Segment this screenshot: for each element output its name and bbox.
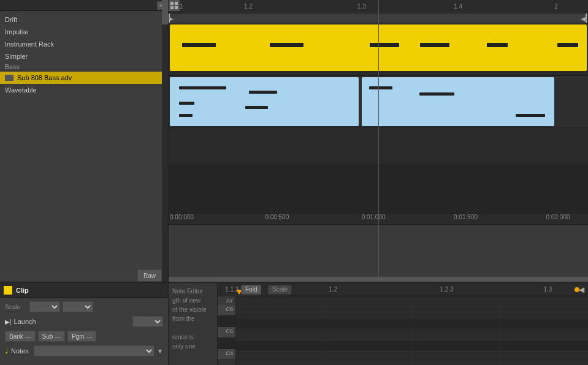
note-marker <box>179 114 193 117</box>
instrument-browser: × Drift Impulse Instrument Rack Simpler … <box>0 0 169 282</box>
ruler-mark-1: 1 <box>180 3 183 10</box>
ruler-mark-1-4: 1.4 <box>454 3 462 10</box>
note-marker <box>516 114 544 117</box>
clip-color-indicator <box>4 286 12 295</box>
pr-ruler-1-1-3: 1.1.3 <box>225 286 239 293</box>
arrange-area: 1 1.2 1.3 1.4 2 ▶ ◀ <box>169 0 588 282</box>
instrument-item-simpler[interactable]: Simpler <box>0 50 168 62</box>
vgrid-line <box>324 296 325 365</box>
note-editor-text: Note Editor gth of new of the visible fr… <box>172 287 213 351</box>
scrollbar-thumb[interactable] <box>169 277 588 282</box>
piano-grid <box>236 296 588 365</box>
instrument-item-instrument-rack[interactable]: Instrument Rack <box>0 38 168 50</box>
piano-roll-header: ◀ 1.1.3 1.2 1.2.3 1.3 Fold Scale <box>218 283 588 296</box>
left-scrollbar[interactable] <box>162 0 168 282</box>
key-black2 <box>218 338 235 349</box>
instrument-list: Drift Impulse Instrument Rack Simpler Ba… <box>0 11 168 99</box>
key-label-c6: C6 <box>226 306 233 312</box>
note-marker <box>179 102 194 105</box>
scrollbar-thumb[interactable] <box>162 0 168 24</box>
note-marker <box>369 86 392 89</box>
note-marker <box>182 43 215 47</box>
key-label-a7: A7 <box>226 298 233 304</box>
note-marker <box>487 43 508 47</box>
clip-panel: Clip Scale ▶| Launch <box>0 283 169 365</box>
note-marker <box>249 91 277 94</box>
notes-icon: ♩ <box>5 347 9 355</box>
ts-1000: 0:01:000 <box>362 214 386 220</box>
launch-label: Launch <box>14 318 36 325</box>
svg-rect-3 <box>175 6 178 9</box>
bass-section-label: Bass <box>0 62 168 72</box>
scale-row: Scale <box>5 301 163 312</box>
ts-2000: 0:02:000 <box>546 214 570 220</box>
orange-dot <box>575 287 579 292</box>
instrument-item-drift[interactable]: Drift <box>0 13 168 26</box>
instrument-item-wavetable[interactable]: Wavetable <box>0 84 168 96</box>
ts-500: 0:00:500 <box>265 214 289 220</box>
notes-row: ♩ Notes ▼ <box>5 345 163 356</box>
instrument-item-impulse[interactable]: Impulse <box>0 26 168 38</box>
pr-ruler-1-2: 1.2 <box>329 286 337 293</box>
key-c5: C5 <box>218 327 235 338</box>
bank-row: Bank --- Sub --- Pgm --- <box>5 331 163 342</box>
vgrid-line <box>500 296 501 365</box>
pr-ruler-1-3: 1.3 <box>544 286 552 293</box>
scale-select-2[interactable] <box>63 301 93 312</box>
svg-rect-1 <box>175 2 178 5</box>
launch-icon: ▶| <box>5 318 12 325</box>
key-black <box>218 316 235 327</box>
sub-button[interactable]: Sub --- <box>38 331 66 342</box>
pr-ruler-1-2-3: 1.2.3 <box>440 286 453 293</box>
note-marker <box>270 43 303 47</box>
key-label-c4: C4 <box>226 350 233 356</box>
ts-0: 0:00:000 <box>170 214 194 220</box>
piano-keys: A7 C6 C5 C4 <box>218 296 236 365</box>
ts-1500: 0:01:500 <box>454 214 478 220</box>
note-editor-panel: Note Editor gth of new of the visible fr… <box>169 283 218 365</box>
instrument-item-sub808[interactable]: Sub 808 Bass.adv <box>0 72 168 84</box>
bank-button[interactable]: Bank --- <box>5 331 36 342</box>
blue-clip-2[interactable] <box>362 77 555 126</box>
scale-label: Scale <box>5 304 27 310</box>
note-marker <box>179 86 226 89</box>
ruler-mark-1-3: 1.3 <box>357 3 366 10</box>
note-marker <box>419 92 454 96</box>
notes-label: Notes <box>11 347 29 355</box>
launch-select[interactable] <box>132 316 163 327</box>
clip-header: Clip <box>0 283 168 298</box>
clip-title: Clip <box>16 287 29 294</box>
notes-select[interactable] <box>34 345 155 356</box>
key-label-c5: C5 <box>226 328 233 334</box>
vgrid-line <box>412 296 413 365</box>
clip-controls: Scale ▶| Launch Bank --- Sub --- <box>0 298 168 360</box>
fold-button[interactable]: Fold <box>241 285 261 295</box>
note-marker <box>370 43 399 47</box>
vertical-separator <box>378 0 379 282</box>
blue-clip-1[interactable] <box>170 77 359 126</box>
note-marker <box>420 43 449 47</box>
notes-dropdown-icon[interactable]: ▼ <box>157 348 163 355</box>
note-marker <box>245 106 268 109</box>
instrument-file-icon <box>5 75 13 81</box>
scale-select-1[interactable] <box>29 301 60 312</box>
ruler-mark-2: 2 <box>554 3 558 10</box>
svg-rect-2 <box>170 6 174 9</box>
ruler-mark-1-2: 1.2 <box>244 3 253 10</box>
right-arrow: ◀ <box>579 285 584 294</box>
loop-end-arrow: ◀ <box>581 15 586 21</box>
grid-icon[interactable] <box>169 0 180 11</box>
arrange-h-scrollbar[interactable] <box>169 277 588 282</box>
launch-row: ▶| Launch <box>5 316 163 327</box>
piano-roll-area: ◀ 1.1.3 1.2 1.2.3 1.3 Fold Scale <box>218 283 588 365</box>
key-c4: C4 <box>218 349 235 360</box>
raw-button[interactable]: Raw <box>137 269 162 282</box>
bottom-section: Clip Scale ▶| Launch <box>0 282 588 365</box>
loop-region[interactable] <box>169 13 587 23</box>
svg-rect-0 <box>170 2 174 5</box>
pgm-button[interactable]: Pgm --- <box>67 331 96 342</box>
scale-button[interactable]: Scale <box>268 285 292 295</box>
key-c6: C6 <box>218 305 235 316</box>
note-marker <box>557 43 578 47</box>
panel-header: × <box>0 0 168 11</box>
